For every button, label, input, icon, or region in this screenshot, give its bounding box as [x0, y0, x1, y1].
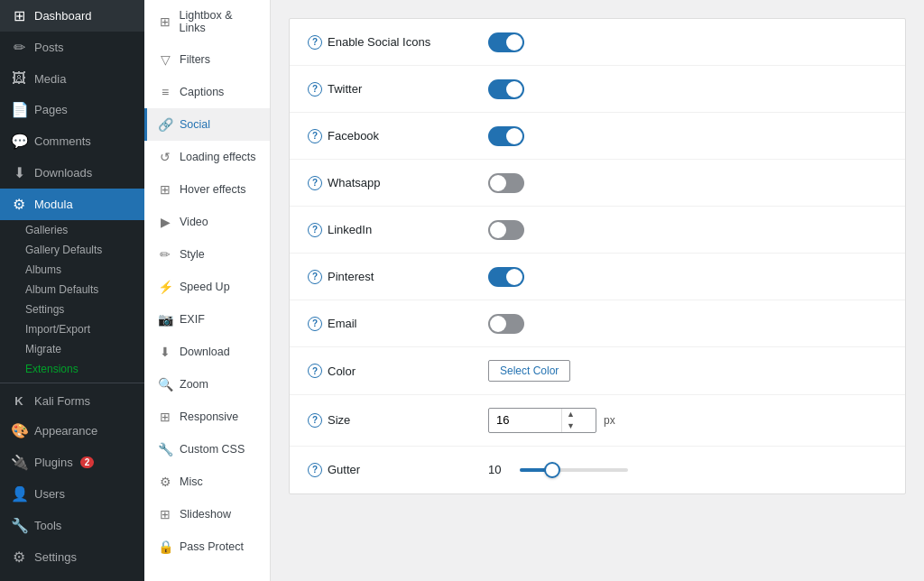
- control-whatsapp: [488, 173, 887, 193]
- middle-item-label: Loading effects: [180, 151, 256, 163]
- middle-item-download[interactable]: ⬇ Download: [144, 336, 270, 368]
- label-text: Color: [328, 364, 356, 378]
- middle-item-exif[interactable]: 📷 EXIF: [144, 303, 270, 336]
- appearance-icon: 🎨: [11, 422, 27, 439]
- sidebar-sub-album-defaults[interactable]: Album Defaults: [0, 280, 144, 300]
- toggle-facebook[interactable]: [488, 126, 524, 146]
- sidebar-sub-migrate[interactable]: Migrate: [0, 339, 144, 359]
- captions-icon: ≡: [158, 85, 172, 99]
- middle-item-label: Captions: [180, 86, 224, 98]
- middle-item-label: Filters: [180, 53, 210, 66]
- sidebar-sub-albums[interactable]: Albums: [0, 260, 144, 280]
- middle-item-label: Pass Protect: [180, 540, 244, 553]
- toggle-twitter[interactable]: [488, 79, 524, 99]
- video-icon: ▶: [158, 215, 172, 229]
- help-icon-color[interactable]: ?: [308, 364, 322, 378]
- help-icon-gutter[interactable]: ?: [308, 463, 322, 477]
- middle-item-label: Custom CSS: [180, 443, 245, 456]
- sidebar-item-dashboard[interactable]: ⊞ Dashboard: [0, 0, 144, 32]
- label-text: LinkedIn: [328, 223, 372, 236]
- sidebar-item-label: Dashboard: [34, 9, 92, 23]
- zoom-icon: 🔍: [158, 377, 172, 392]
- lightbox-icon: ⊞: [158, 14, 171, 29]
- middle-item-style[interactable]: ✏ Style: [144, 238, 270, 271]
- control-twitter: [488, 79, 887, 99]
- middle-item-label: Zoom: [180, 378, 208, 391]
- sidebar-item-comments[interactable]: 💬 Comments: [0, 125, 144, 157]
- select-color-button[interactable]: Select Color: [488, 360, 570, 382]
- sidebar-sub-settings[interactable]: Settings: [0, 300, 144, 319]
- toggle-thumb: [490, 316, 506, 332]
- sidebar-item-appearance[interactable]: 🎨 Appearance: [0, 415, 144, 447]
- help-icon-enable-social[interactable]: ?: [308, 35, 322, 50]
- middle-item-loading-effects[interactable]: ↺ Loading effects: [144, 141, 270, 173]
- sidebar-item-kali-forms[interactable]: K Kali Forms: [0, 387, 144, 415]
- sidebar-item-settings2[interactable]: ⚙ Settings: [0, 541, 144, 573]
- pass-protect-icon: 🔒: [158, 540, 172, 554]
- middle-item-slideshow[interactable]: ⊞ Slideshow: [144, 498, 270, 530]
- gutter-slider-thumb[interactable]: [544, 462, 560, 478]
- toggle-track: [488, 79, 524, 99]
- sidebar-item-posts[interactable]: ✏ Posts: [0, 32, 144, 63]
- sidebar-sub-extensions[interactable]: Extensions: [0, 359, 144, 379]
- help-icon-size[interactable]: ?: [308, 413, 322, 428]
- size-decrement-button[interactable]: ▼: [562, 420, 579, 432]
- toggle-linkedin[interactable]: [488, 220, 524, 240]
- middle-item-social[interactable]: 🔗 Social: [144, 108, 270, 141]
- sidebar-item-media[interactable]: 🖼 Media: [0, 63, 144, 94]
- label-text: Twitter: [328, 82, 362, 96]
- sidebar-item-modula[interactable]: ⚙ Modula: [0, 189, 144, 220]
- help-icon-email[interactable]: ?: [308, 317, 322, 331]
- middle-item-captions[interactable]: ≡ Captions: [144, 76, 270, 108]
- help-icon-twitter[interactable]: ?: [308, 82, 322, 97]
- toggle-track: [488, 314, 524, 334]
- style-icon: ✏: [158, 247, 172, 262]
- middle-item-label: Speed Up: [180, 281, 230, 293]
- help-icon-pinterest[interactable]: ?: [308, 270, 322, 284]
- exif-icon: 📷: [158, 312, 172, 327]
- responsive-icon: ⊞: [158, 410, 172, 424]
- sidebar-item-label: Appearance: [34, 424, 97, 438]
- middle-item-misc[interactable]: ⚙ Misc: [144, 466, 270, 498]
- dashboard-icon: ⊞: [11, 7, 27, 24]
- toggle-track: [488, 126, 524, 146]
- toggle-thumb: [490, 222, 506, 238]
- label-gutter: ? Gutter: [308, 463, 488, 477]
- middle-item-hover-effects[interactable]: ⊞ Hover effects: [144, 173, 270, 206]
- users-icon: 👤: [11, 485, 27, 503]
- toggle-email[interactable]: [488, 314, 524, 334]
- sidebar-item-seo[interactable]: ◈ SEO: [0, 573, 144, 581]
- middle-item-zoom[interactable]: 🔍 Zoom: [144, 368, 270, 401]
- sidebar-item-label: Comments: [34, 134, 91, 148]
- sidebar-item-tools[interactable]: 🔧 Tools: [0, 510, 144, 541]
- toggle-pinterest[interactable]: [488, 267, 524, 287]
- toggle-whatsapp[interactable]: [488, 173, 524, 193]
- control-enable-social: [488, 32, 887, 52]
- sidebar-item-users[interactable]: 👤 Users: [0, 478, 144, 510]
- middle-item-pass-protect[interactable]: 🔒 Pass Protect: [144, 530, 270, 563]
- help-icon-linkedin[interactable]: ?: [308, 223, 322, 237]
- middle-item-responsive[interactable]: ⊞ Responsive: [144, 401, 270, 433]
- toggle-enable-social[interactable]: [488, 32, 524, 52]
- gutter-slider-track[interactable]: [520, 468, 628, 472]
- toggle-thumb: [490, 175, 506, 191]
- sidebar-item-downloads[interactable]: ⬇ Downloads: [0, 157, 144, 189]
- toggle-thumb: [506, 269, 522, 285]
- size-input[interactable]: [489, 410, 561, 430]
- size-increment-button[interactable]: ▲: [562, 409, 579, 420]
- sidebar-item-pages[interactable]: 📄 Pages: [0, 94, 144, 125]
- middle-item-speed-up[interactable]: ⚡ Speed Up: [144, 271, 270, 303]
- sidebar-item-label: Plugins: [34, 456, 73, 469]
- help-icon-whatsapp[interactable]: ?: [308, 176, 322, 190]
- middle-item-custom-css[interactable]: 🔧 Custom CSS: [144, 433, 270, 466]
- middle-item-video[interactable]: ▶ Video: [144, 206, 270, 238]
- middle-item-lightbox-links[interactable]: ⊞ Lightbox & Links: [144, 0, 270, 43]
- help-icon-facebook[interactable]: ?: [308, 129, 322, 143]
- sidebar-sub-gallery-defaults[interactable]: Gallery Defaults: [0, 240, 144, 260]
- sidebar-sub-galleries[interactable]: Galleries: [0, 220, 144, 240]
- sidebar-sub-import-export[interactable]: Import/Export: [0, 319, 144, 339]
- label-facebook: ? Facebook: [308, 129, 488, 143]
- middle-item-filters[interactable]: ▽ Filters: [144, 43, 270, 76]
- middle-item-label: Style: [180, 248, 205, 261]
- sidebar-item-plugins[interactable]: 🔌 Plugins 2: [0, 447, 144, 478]
